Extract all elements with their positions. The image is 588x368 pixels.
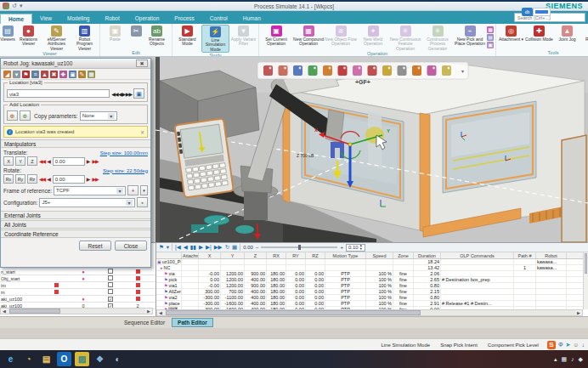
status-snap-pick-intent[interactable]: Snap Pick Intent	[440, 343, 478, 348]
view-tool-icon-12[interactable]	[442, 65, 451, 76]
dialog-tool-icon-4[interactable]: ▲	[41, 71, 48, 78]
rotate-step-link[interactable]: Step size: 22.50deg	[103, 168, 148, 173]
set-current-operation-button[interactable]: ▣Set Current Operation	[260, 25, 292, 47]
path-row-place[interactable]: ⚑place-300.00-1600.00400.00180.000.000.0…	[156, 301, 583, 307]
viewport-3d-scene[interactable]: +GF+ Z 700 LB	[155, 57, 588, 242]
tab-process[interactable]: Process	[167, 14, 201, 24]
checkbox[interactable]	[108, 275, 113, 280]
add-location-after-button[interactable]: ⊕	[20, 110, 31, 121]
sync-icon[interactable]: ➤	[565, 342, 570, 348]
taskbar-process-simulate[interactable]: ❖	[93, 352, 107, 366]
playback-icon-3[interactable]: ◀	[184, 244, 188, 251]
view-tool-icon-11[interactable]	[427, 65, 437, 76]
dialog-close-icon[interactable]: ✖	[136, 59, 148, 67]
reset-button[interactable]: Reset	[79, 241, 111, 251]
robot-program-viewer-button[interactable]: ▥Robot Program Viewer	[71, 25, 99, 51]
tab-view[interactable]: View	[32, 14, 59, 24]
column-header-duration[interactable]: Duration	[414, 252, 441, 258]
step-spinner[interactable]: 0.10▲▼	[346, 244, 365, 252]
tool-button[interactable]: ✂	[129, 25, 143, 37]
path-row-uz100-proc[interactable]: ▣uz100_Proc18.24kawasa...	[156, 259, 583, 265]
bottom-tab-sequence-editor[interactable]: Sequence Editor	[119, 319, 170, 326]
graphics-viewport[interactable]: +GF+ Z 700 LB	[155, 57, 588, 242]
sequence-row-obj-start[interactable]: Obj_start♦	[0, 275, 155, 282]
column-header-y[interactable]: Y	[221, 252, 245, 258]
frame-pick-button[interactable]: +	[127, 185, 139, 195]
new-compound-operation-button[interactable]: ▦New Compound Operation	[292, 25, 325, 47]
attachment-button[interactable]: ◎Attachment ▾	[497, 25, 525, 42]
close-button[interactable]: Close	[115, 241, 147, 251]
dialog-tool-icon-2[interactable]: ⚑	[22, 71, 30, 78]
tab-robot[interactable]: Robot	[97, 14, 127, 24]
rename-objects-button[interactable]: abRename Objects	[143, 25, 171, 47]
translate-decrease[interactable]: ◀	[47, 158, 51, 164]
view-tool-icon-8[interactable]	[382, 65, 392, 76]
viewers-button[interactable]: ▤Viewers	[1, 25, 14, 42]
column-header-path[interactable]: Path #	[514, 252, 536, 258]
translate-axis-x[interactable]: X	[3, 156, 14, 166]
column-header-zone[interactable]: Zone	[393, 252, 414, 258]
translate-axis-y[interactable]: Y	[15, 156, 25, 166]
column-header-rx[interactable]: RX	[267, 252, 286, 258]
column-header-speed[interactable]: Speed	[366, 252, 393, 258]
teach-pendant[interactable]	[174, 118, 233, 197]
translate-axis-z[interactable]: Z	[27, 156, 37, 166]
playback-icon-0[interactable]: ⚑	[159, 244, 164, 251]
sequence-row-m[interactable]: m	[0, 289, 155, 296]
playback-icon-7[interactable]: ▶▶	[214, 244, 223, 251]
robot-jog-title-bar[interactable]: Robot Jog: kawasaki_uz100 ✖	[1, 59, 150, 69]
playback-icon-5[interactable]: ▶	[199, 244, 203, 251]
view-tool-icon-5[interactable]	[338, 65, 348, 76]
path-row-via2[interactable]: ⚑via2-300.00-1100.00400.00180.000.000.00…	[156, 295, 583, 301]
taskbar-sticky-notes[interactable]: ▨	[75, 352, 89, 366]
operation-mini-buttons[interactable]: ▦▤▣	[486, 25, 495, 50]
slider-plus[interactable]: +	[340, 245, 343, 250]
column-header-z[interactable]: Z	[245, 252, 267, 258]
relations-viewer-button[interactable]: ●Relations Viewer	[14, 25, 42, 47]
view-tool-icon-9[interactable]	[398, 65, 407, 76]
user-icon[interactable]: ☺	[573, 342, 579, 348]
path-row-via1[interactable]: ⚑via1-0.001200.00900.00180.000.000.00PTP…	[156, 283, 583, 289]
notification-bubble[interactable]: db	[522, 8, 551, 16]
status-line-simulation-mode[interactable]: Line Simulation Mode	[381, 343, 430, 348]
playback-icon-9[interactable]: ▦	[232, 244, 237, 251]
playback-icon-1[interactable]: ▾	[167, 244, 169, 251]
bottom-tab-path-editor[interactable]: Path Editor	[172, 318, 213, 327]
path-row-pick[interactable]: ⚑pick0.001200.00400.00180.000.000.00PTP1…	[156, 277, 583, 283]
view-tool-icon-6[interactable]	[353, 65, 362, 76]
section-all-joints[interactable]: All Joints	[1, 220, 150, 229]
scroll-right-icon[interactable]: ▶	[575, 310, 582, 315]
playback-icon-6[interactable]: ▶|	[206, 244, 212, 251]
scroll-right-icon[interactable]: ▶	[145, 309, 152, 314]
sequence-row-n-start[interactable]: n_start♦	[0, 269, 155, 275]
path-editor-vscrollbar[interactable]	[583, 252, 588, 309]
column-header-ry[interactable]: RY	[286, 252, 306, 258]
checkbox[interactable]	[108, 269, 113, 274]
taskbar-nx-app[interactable]: ◐	[110, 352, 125, 366]
frame-options-button[interactable]: ▾	[140, 185, 148, 195]
checkbox[interactable]	[108, 282, 113, 287]
rotate-axis-ry[interactable]: Ry	[15, 174, 25, 184]
taskbar-outlook[interactable]: O	[57, 352, 71, 366]
rotate-value-field[interactable]: 0.00	[53, 175, 85, 184]
view-tool-icon-4[interactable]	[323, 65, 332, 76]
tray-icon-1[interactable]: ▦	[561, 356, 567, 363]
path-editor-hscrollbar[interactable]: ◀ ▶	[156, 309, 583, 316]
info-dismiss-icon[interactable]: ✕	[140, 129, 144, 135]
line-simulation-mode-button[interactable]: ⚡Line Simulation Mode	[201, 25, 229, 53]
sequence-row-aki-uz100[interactable]: aki_uz100♦✓	[0, 296, 155, 303]
collision-mode-button[interactable]: ✚Collision Mode	[525, 25, 553, 42]
language-icon[interactable]: Φ	[558, 342, 563, 348]
taskbar-chrome[interactable]: ◔	[21, 352, 36, 366]
playback-icon-4[interactable]: ▮▮	[190, 244, 196, 251]
dialog-tool-icon-1[interactable]: ▾	[13, 71, 20, 78]
tray-icon-3[interactable]: ◆	[579, 356, 583, 363]
column-header-robot[interactable]: Robot	[536, 252, 567, 258]
paste-button[interactable]: ▣Paste	[101, 25, 129, 42]
tab-human[interactable]: Human	[235, 14, 269, 24]
translate-step-link[interactable]: Step size: 100.00mm	[100, 150, 148, 156]
rotate-fast-increase[interactable]: ▶▶	[92, 176, 98, 182]
viewport-floating-toolbar[interactable]: ▾	[257, 62, 468, 79]
continuous-process-generator-button[interactable]: ✳Continuous Process Generator	[421, 25, 454, 51]
sequence-editor-hscrollbar[interactable]: ◀ ▶	[0, 308, 153, 314]
